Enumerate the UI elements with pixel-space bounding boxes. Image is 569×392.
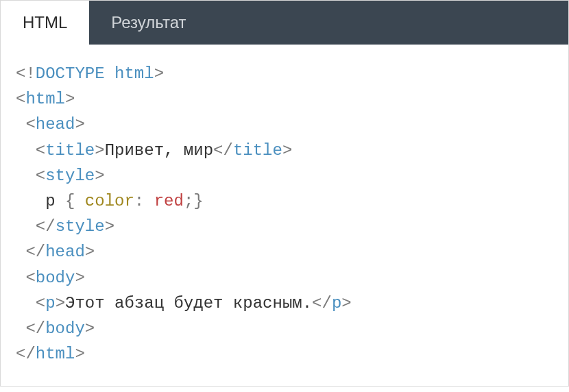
code-line-5: <style> xyxy=(36,167,105,185)
punct: < xyxy=(25,269,35,287)
space xyxy=(105,64,114,83)
tag-body: body xyxy=(36,269,75,287)
code-line-10: <p>Этот абзац будет красным.</p> xyxy=(36,294,352,313)
tag-html-close: html xyxy=(36,345,75,363)
code-example-panel: HTML Результат <!DOCTYPE html> <html> <h… xyxy=(0,0,569,387)
css-prop: color xyxy=(85,192,134,210)
code-line-11: </body> xyxy=(25,319,95,338)
punct: > xyxy=(75,115,84,134)
code-line-1: <!DOCTYPE html> xyxy=(16,64,164,83)
punct: < xyxy=(25,115,35,134)
punct: < xyxy=(36,294,45,313)
punct: > xyxy=(85,319,95,338)
code-line-7: </style> xyxy=(36,217,114,236)
punct: </ xyxy=(213,141,233,160)
punct: < xyxy=(36,167,45,185)
punct: <! xyxy=(16,64,36,83)
punct: < xyxy=(36,141,45,160)
css-brace: { xyxy=(56,192,85,210)
code-line-8: </head> xyxy=(25,243,95,261)
code-line-12: </html> xyxy=(16,345,85,363)
tag-body-close: body xyxy=(45,319,85,338)
tab-html[interactable]: HTML xyxy=(1,1,89,45)
code-line-9: <body> xyxy=(25,269,84,287)
punct: < xyxy=(16,90,25,108)
punct: > xyxy=(282,141,292,160)
punct: > xyxy=(95,167,104,185)
css-brace: } xyxy=(193,192,203,210)
tab-bar: HTML Результат xyxy=(1,1,568,45)
doctype-html: html xyxy=(114,64,154,83)
css-semi: ; xyxy=(184,192,193,210)
punct: > xyxy=(105,217,114,236)
tab-result[interactable]: Результат xyxy=(89,1,208,45)
css-selector: p xyxy=(45,192,55,210)
code-line-6: p { color: red;} xyxy=(45,192,203,210)
css-value: red xyxy=(154,192,184,210)
punct: </ xyxy=(36,217,56,236)
css-colon: : xyxy=(134,192,154,210)
tag-head: head xyxy=(36,115,75,134)
punct: </ xyxy=(25,319,45,338)
punct: > xyxy=(65,90,75,108)
code-block: <!DOCTYPE html> <html> <head> <title>При… xyxy=(1,45,568,386)
tag-title-close: title xyxy=(233,141,282,160)
punct: > xyxy=(341,294,351,313)
punct: > xyxy=(75,269,84,287)
punct: </ xyxy=(312,294,332,313)
tag-style: style xyxy=(45,167,95,185)
punct: > xyxy=(85,243,95,261)
punct: </ xyxy=(25,243,45,261)
doctype-kw: DOCTYPE xyxy=(36,64,105,83)
punct: > xyxy=(56,294,65,313)
tag-head-close: head xyxy=(45,243,85,261)
p-text: Этот абзац будет красным. xyxy=(65,294,312,313)
title-text: Привет, мир xyxy=(105,141,213,160)
punct: > xyxy=(75,345,84,363)
code-line-2: <html> xyxy=(16,90,75,108)
code-line-3: <head> xyxy=(25,115,84,134)
tag-html: html xyxy=(25,90,65,108)
code-line-4: <title>Привет, мир</title> xyxy=(36,141,293,160)
tag-style-close: style xyxy=(56,217,105,236)
tag-p: p xyxy=(45,294,55,313)
punct: </ xyxy=(16,345,36,363)
tag-p-close: p xyxy=(332,294,341,313)
punct: > xyxy=(95,141,104,160)
tag-title: title xyxy=(45,141,95,160)
punct: > xyxy=(154,64,164,83)
